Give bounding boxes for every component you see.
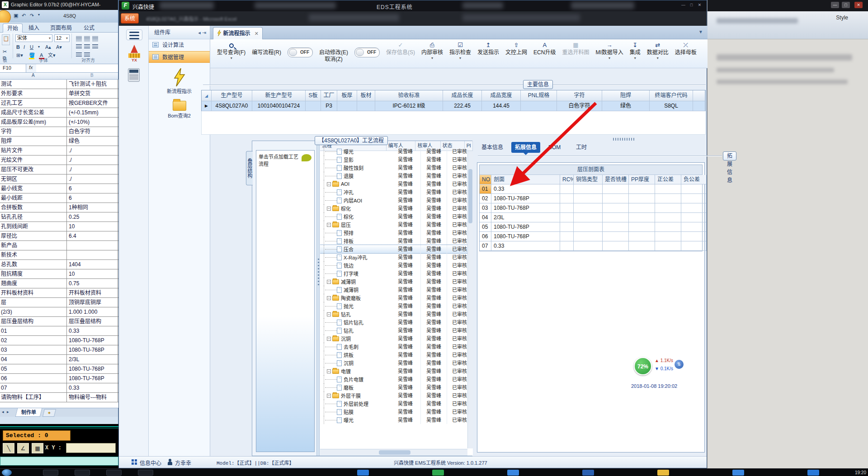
tree-expand-icon[interactable]: −	[327, 369, 331, 373]
lam-empty-cell[interactable]	[560, 232, 574, 241]
excel-value-cell[interactable]: 飞针测试＋阻抗	[67, 80, 118, 89]
tree-node-退膜[interactable]: 退膜吴雪峰吴雪峰已审核	[320, 172, 467, 180]
taskbar-window-button[interactable]	[75, 470, 90, 476]
grow-font-icon[interactable]: A▴	[45, 43, 51, 51]
main-info-cell[interactable]: 222.45	[443, 101, 482, 111]
tree-node-冲孔[interactable]: 冲孔吴雪峰吴雪峰已审核	[320, 188, 467, 196]
lam-col-是否铣槽[interactable]: 是否铣槽	[603, 175, 629, 184]
lam-row-06[interactable]: 061080-TU-768P	[480, 232, 702, 241]
main-info-col-新生产型号[interactable]: 新生产型号	[252, 90, 306, 101]
lam-empty-cell[interactable]	[681, 232, 707, 241]
toolbar-数据对比[interactable]: ⇄数据对比▾	[647, 41, 669, 60]
lam-no-cell[interactable]: 03	[480, 203, 491, 213]
component-item-数据管理[interactable]: 数据管理	[149, 51, 210, 63]
tree-node-电镀[interactable]: −电镀吴雪峰吴雪峰已审核	[320, 367, 467, 375]
flow-splitter[interactable]	[316, 141, 320, 456]
excel-tab-公式[interactable]: 公式	[80, 24, 99, 33]
main-info-col-板厚[interactable]: 板厚	[337, 90, 357, 101]
main-info-col-工厂[interactable]: 工厂	[321, 90, 337, 101]
excel-value-cell[interactable]: 1.000 1.000	[67, 307, 118, 316]
excel-label-cell[interactable]: 钻孔孔径	[0, 212, 67, 222]
excel-label-cell[interactable]: 总孔数	[0, 260, 67, 269]
phonetic-icon[interactable]: 文▾	[48, 52, 56, 59]
excel-label-cell[interactable]: 孔到线间距	[0, 222, 67, 231]
excel-value-cell[interactable]: 顶铜厚底铜厚	[67, 298, 118, 307]
status-info-center[interactable]: 信息中心	[140, 459, 161, 467]
main-info-cell[interactable]: 10010400104724	[252, 101, 306, 111]
excel-value-cell[interactable]: 1080-TU-768P	[67, 345, 118, 354]
hamburger-menu-icon[interactable]	[126, 29, 142, 40]
dropdown-arrow-icon[interactable]: ▾	[595, 56, 623, 60]
lam-empty-cell[interactable]	[560, 203, 574, 213]
shortcut-new-flow[interactable]: 新流程指示	[149, 68, 210, 94]
excel-label-cell[interactable]: 阻抗精度	[0, 269, 67, 278]
lam-empty-cell[interactable]	[603, 194, 629, 203]
excel-label-cell[interactable]: 层压叠层结构	[0, 317, 67, 326]
cam-grid-tool-icon[interactable]: ▦	[32, 443, 43, 453]
panel-collapse-icons[interactable]: ◂ ⇥	[198, 26, 206, 39]
minimize-icon[interactable]: —	[680, 2, 687, 8]
lam-section-cell[interactable]: 1080-TU-768P	[491, 203, 560, 213]
bg-maximize-icon[interactable]: □	[842, 2, 850, 8]
lam-col-铜箔类型[interactable]: 铜箔类型	[574, 175, 603, 184]
shortcut-bom-query[interactable]: Bom查询2	[149, 101, 210, 119]
toolbar-重选开料图[interactable]: ▦重选开料图	[562, 41, 589, 56]
toolbar-保存信息(S)[interactable]: ✓保存信息(S)	[386, 41, 415, 56]
font-size-select[interactable]: 12▾	[54, 34, 70, 42]
excel-label-cell[interactable]: 厚径比	[0, 231, 67, 240]
excel-label-cell[interactable]: 07	[0, 383, 67, 392]
toolbar-内部审核[interactable]: ⎙内部审核▾	[421, 41, 443, 60]
main-info-cell[interactable]: 4S8QL027A0	[212, 101, 252, 111]
main-info-col-字符[interactable]: 字符	[557, 90, 602, 101]
tree-node-AOI[interactable]: −AOI吴雪峰吴雪峰已审核	[320, 180, 467, 188]
excel-value-cell[interactable]: (+/-10%)	[67, 118, 118, 127]
bg-close-icon[interactable]: ✕	[854, 2, 863, 8]
shrink-font-icon[interactable]: A▾	[56, 43, 62, 51]
main-info-col-成品长度[interactable]: 成品长度	[443, 90, 482, 101]
excel-value-cell[interactable]: 0.33	[67, 383, 118, 392]
tab-new-flow-instruction[interactable]: 新流程指示 ✕	[213, 27, 263, 39]
stackup-vertical-tab[interactable]: 叠层结构	[246, 151, 253, 185]
tree-node-打字唛[interactable]: 打字唛吴雪峰吴雪峰已审核	[320, 269, 467, 278]
toolbar-型号查询(F)[interactable]: 型号查询(F)▾	[217, 41, 245, 60]
main-info-col-PNL规格[interactable]: PNL规格	[521, 90, 557, 101]
lam-empty-cell[interactable]	[681, 213, 707, 222]
main-info-cell[interactable]: 绿色	[602, 101, 650, 111]
excel-label-cell[interactable]: 光绘文件	[0, 156, 67, 165]
excel-value-cell[interactable]: 层压叠层结构	[67, 317, 118, 326]
tree-node-曝光[interactable]: 曝光吴雪峰吴雪峰已审核	[320, 416, 467, 424]
yx-company-logo-icon[interactable]: YX	[127, 45, 142, 65]
excel-label-cell[interactable]: 最小线距	[0, 193, 67, 203]
tree-node-排板[interactable]: 排板吴雪峰吴雪峰已审核	[320, 237, 467, 245]
excel-tab-插入[interactable]: 插入	[24, 24, 43, 33]
excel-label-cell[interactable]: (2/3)	[0, 307, 67, 316]
lam-empty-cell[interactable]	[574, 194, 603, 203]
tree-node-贴膜[interactable]: 贴膜吴雪峰吴雪峰已审核	[320, 408, 467, 416]
excel-value-cell[interactable]: ./	[67, 146, 118, 155]
lam-row-03[interactable]: 031080-TU-768P	[480, 203, 702, 213]
excel-tab-页面布局[interactable]: 页面布局	[46, 24, 76, 33]
tree-node-棕化[interactable]: 棕化吴雪峰吴雪峰已审核	[320, 212, 467, 221]
excel-value-cell[interactable]: 1404	[67, 260, 118, 269]
main-info-col-S板[interactable]: S板	[306, 90, 321, 101]
excel-value-cell[interactable]: 2/3L	[67, 355, 118, 364]
tree-node-显影[interactable]: 显影吴雪峰吴雪峰已审核	[320, 156, 467, 164]
lam-col-RC%[interactable]: RC%	[560, 175, 574, 184]
dropdown-arrow-icon[interactable]: ▾	[449, 56, 471, 60]
cell-name-box[interactable]: F10	[0, 64, 26, 72]
tree-node-压合[interactable]: 压合吴雪峰吴雪峰已审核	[320, 245, 467, 253]
lam-empty-cell[interactable]	[655, 194, 681, 203]
toolbar-选择母板[interactable]: ⤫选择母板	[675, 41, 697, 56]
tree-node-外层前处理[interactable]: 外层前处理吴雪峰吴雪峰已审核	[320, 400, 467, 408]
tree-node-曝光[interactable]: 曝光吴雪峰吴雪峰已审核	[320, 147, 467, 156]
tree-node-棕化[interactable]: −棕化吴雪峰吴雪峰已审核	[320, 204, 467, 212]
excel-label-cell[interactable]: 03	[0, 345, 67, 354]
taskbar-app-blue2[interactable]	[582, 470, 594, 476]
main-info-col-板材[interactable]: 板材	[357, 90, 375, 101]
tree-node-预排[interactable]: 预排吴雪峰吴雪峰已审核	[320, 229, 467, 237]
border-icon[interactable]: ⊞▾	[16, 52, 23, 59]
column-a-header[interactable]: A	[32, 73, 35, 78]
excel-value-cell[interactable]: (+/-0.15mm)	[67, 108, 118, 117]
lam-section-cell[interactable]: 1080-TU-768P	[491, 194, 560, 203]
italic-button[interactable]: I	[24, 43, 25, 51]
